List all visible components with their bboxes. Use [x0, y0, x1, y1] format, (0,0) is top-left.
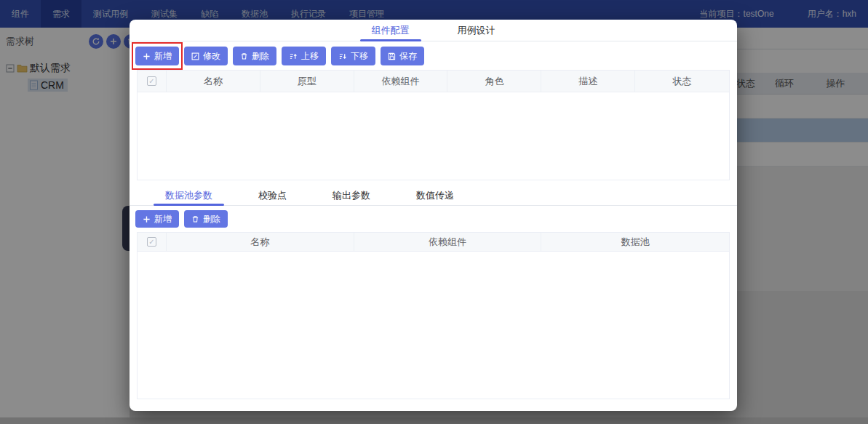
parameter-toolbar: 新增 删除 — [130, 206, 737, 232]
column-header-role: 角色 — [447, 71, 541, 92]
sort-down-icon — [338, 52, 347, 60]
edit-button[interactable]: 修改 — [184, 47, 228, 65]
plus-icon — [143, 52, 151, 60]
move-up-button[interactable]: 上移 — [282, 47, 326, 65]
component-table: ✓ 名称 原型 依赖组件 角色 描述 状态 — [137, 70, 730, 180]
parameter-table-header: ✓ 名称 依赖组件 数据池 — [138, 233, 729, 252]
sort-up-icon — [289, 52, 298, 60]
tab-check-points[interactable]: 校验点 — [255, 185, 290, 205]
param-delete-button[interactable]: 删除 — [184, 210, 228, 228]
select-all-checkbox[interactable]: ✓ — [147, 237, 156, 247]
column-header-description: 描述 — [541, 71, 635, 92]
column-header-name: 名称 — [167, 233, 354, 251]
component-config-dialog: 组件配置 用例设计 新增 修改 删除 — [130, 20, 737, 411]
save-button[interactable]: 保存 — [381, 47, 424, 65]
move-down-button[interactable]: 下移 — [331, 47, 375, 65]
parameter-table-body — [138, 252, 729, 399]
column-header-dependency: 依赖组件 — [354, 233, 542, 251]
param-add-button[interactable]: 新增 — [135, 210, 179, 228]
parameter-tabs: 数据池参数 校验点 输出参数 数值传递 — [130, 185, 737, 206]
tab-case-design[interactable]: 用例设计 — [455, 20, 498, 41]
component-table-body — [138, 92, 729, 180]
tab-output-params[interactable]: 输出参数 — [330, 185, 373, 205]
plus-icon — [143, 215, 151, 223]
add-button[interactable]: 新增 — [135, 47, 179, 65]
column-header-status: 状态 — [635, 71, 729, 92]
column-header-name: 名称 — [167, 71, 260, 92]
component-table-header: ✓ 名称 原型 依赖组件 角色 描述 状态 — [138, 71, 729, 92]
trash-icon — [191, 215, 199, 223]
save-icon — [388, 52, 396, 60]
column-header-dependency: 依赖组件 — [354, 71, 448, 92]
component-toolbar: 新增 修改 删除 上移 — [130, 41, 737, 70]
delete-button[interactable]: 删除 — [233, 47, 276, 65]
trash-icon — [240, 52, 248, 60]
tab-value-transfer[interactable]: 数值传递 — [413, 185, 457, 205]
column-header-prototype: 原型 — [260, 71, 354, 92]
select-all-checkbox[interactable]: ✓ — [147, 76, 156, 86]
tab-component-config[interactable]: 组件配置 — [369, 20, 413, 41]
column-header-data-pool: 数据池 — [541, 233, 729, 251]
edit-icon — [191, 52, 199, 60]
tab-data-pool-params[interactable]: 数据池参数 — [162, 185, 215, 205]
parameter-table: ✓ 名称 依赖组件 数据池 — [137, 232, 730, 399]
dialog-tabs: 组件配置 用例设计 — [130, 20, 737, 41]
